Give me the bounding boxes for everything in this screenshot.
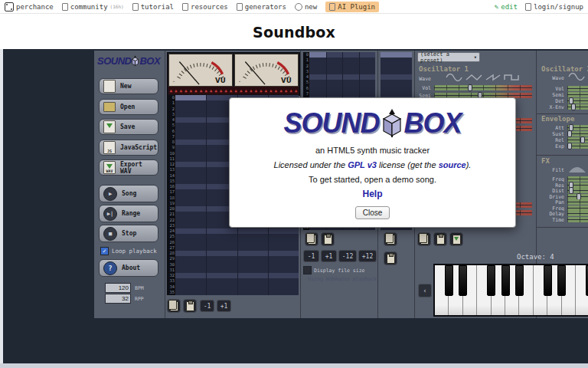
osc2-semi-slider[interactable] <box>567 92 588 97</box>
grid-cell[interactable] <box>175 206 206 212</box>
grid-cell[interactable] <box>342 74 359 80</box>
grid-cell[interactable] <box>175 184 206 189</box>
grid-cell[interactable] <box>381 64 412 69</box>
about-button[interactable]: ?About <box>99 259 158 277</box>
grid-cell[interactable] <box>175 218 206 223</box>
sequencer-shift-button[interactable]: -1 <box>200 300 214 312</box>
grid-cell[interactable] <box>206 240 237 245</box>
grid-cell[interactable] <box>268 273 299 278</box>
fx-delay-slider[interactable] <box>567 211 588 216</box>
grid-cell[interactable] <box>237 262 268 268</box>
grid-cell[interactable] <box>206 245 237 251</box>
nav-link-resources[interactable]: resources <box>182 3 228 11</box>
osc1-vol-slider[interactable] <box>434 85 532 90</box>
grid-cell[interactable] <box>309 74 326 80</box>
filter-type-icons[interactable] <box>567 165 588 173</box>
grid-cell[interactable] <box>175 162 206 167</box>
grid-cell[interactable] <box>175 273 206 278</box>
grid-cell[interactable] <box>206 290 237 295</box>
grid-cell[interactable] <box>326 64 343 69</box>
osc2-vol-slider[interactable] <box>567 86 588 91</box>
grid-cell[interactable] <box>342 52 359 58</box>
slider-thumb[interactable] <box>567 143 572 150</box>
pattern-transpose-button[interactable]: -12 <box>338 250 357 262</box>
export-wav-button[interactable]: WAVExport WAV <box>99 159 158 176</box>
grid-cell[interactable] <box>175 173 206 179</box>
pattern-paste-button[interactable] <box>321 232 335 246</box>
instrument-import-button[interactable] <box>449 232 463 246</box>
grid-cell[interactable] <box>175 245 206 251</box>
range-button[interactable]: ▶|Range <box>99 205 158 222</box>
black-key[interactable] <box>544 265 552 296</box>
osc2-x-env-slider[interactable] <box>567 104 588 110</box>
grid-cell[interactable] <box>175 262 206 268</box>
grid-cell[interactable] <box>268 234 299 239</box>
grid-cell[interactable] <box>381 69 412 74</box>
grid-cell[interactable] <box>309 69 326 74</box>
nav-brand[interactable]: perchance <box>5 2 54 12</box>
grid-cell[interactable] <box>175 129 206 134</box>
grid-cell[interactable] <box>206 268 237 273</box>
grid-cell[interactable] <box>206 228 237 234</box>
stop-button[interactable]: ■Stop <box>99 225 158 242</box>
loop-playback-checkbox[interactable]: ✓Loop playback <box>100 247 157 255</box>
javascript-button[interactable]: JSJavaScript <box>99 140 158 156</box>
grid-cell[interactable] <box>237 268 268 273</box>
grid-cell[interactable] <box>175 284 206 290</box>
fx-freq-slider[interactable] <box>567 205 588 211</box>
grid-cell[interactable] <box>175 256 206 261</box>
slider-thumb[interactable] <box>571 104 576 110</box>
nav-link-login-signup[interactable]: login/signup <box>525 3 583 11</box>
keyboard-scroll-left-button[interactable]: ‹ <box>418 284 432 297</box>
grid-cell[interactable] <box>175 95 206 100</box>
grid-cell[interactable] <box>309 58 326 63</box>
grid-cell[interactable] <box>237 284 268 290</box>
fxtrack-paste-button[interactable] <box>384 251 397 265</box>
waveform-icons[interactable] <box>567 73 588 80</box>
new-button[interactable]: New <box>99 78 158 94</box>
grid-cell[interactable] <box>237 240 268 245</box>
nav-link-community[interactable]: community(16h) <box>62 3 124 11</box>
song-button[interactable]: ▶Song <box>99 185 158 202</box>
grid-cell[interactable] <box>268 268 299 273</box>
grid-cell[interactable] <box>237 245 268 251</box>
pattern-transpose-button[interactable]: +12 <box>358 250 377 262</box>
grid-cell[interactable] <box>206 273 237 278</box>
nav-link-ai-plugin[interactable]: AI Plugin <box>325 2 379 12</box>
grid-cell[interactable] <box>342 80 359 85</box>
grid-cell[interactable] <box>359 80 376 85</box>
grid-cell[interactable] <box>342 58 359 63</box>
grid-cell[interactable] <box>206 251 237 256</box>
sequencer-shift-button[interactable]: +1 <box>217 300 231 312</box>
grid-cell[interactable] <box>381 80 412 85</box>
fx-drive-slider[interactable] <box>567 194 588 199</box>
grid-cell[interactable] <box>175 212 206 217</box>
grid-cell[interactable] <box>359 64 376 69</box>
pattern-transpose-button[interactable]: -1 <box>303 250 319 262</box>
sequencer-paste-button[interactable] <box>183 299 197 313</box>
grid-cell[interactable] <box>326 74 343 80</box>
grid-cell[interactable] <box>237 234 268 239</box>
grid-cell[interactable] <box>268 245 299 251</box>
help-link[interactable]: Help <box>362 189 382 199</box>
envelope-rel-slider[interactable] <box>567 137 588 143</box>
instrument-paste-button[interactable] <box>433 232 447 246</box>
grid-cell[interactable] <box>237 273 268 278</box>
envelope-att-slider[interactable] <box>567 125 588 130</box>
slider-thumb[interactable] <box>567 130 572 137</box>
grid-cell[interactable] <box>309 64 326 69</box>
black-key[interactable] <box>557 265 566 296</box>
grid-cell[interactable] <box>175 278 206 284</box>
grid-cell[interactable] <box>381 52 412 58</box>
grid-cell[interactable] <box>359 74 376 80</box>
grid-cell[interactable] <box>326 69 343 74</box>
grid-cell[interactable] <box>359 58 376 63</box>
grid-cell[interactable] <box>326 80 343 85</box>
grid-cell[interactable] <box>175 151 206 156</box>
grid-cell[interactable] <box>175 179 206 184</box>
osc2-det-slider[interactable] <box>567 98 588 104</box>
black-key[interactable] <box>501 265 510 296</box>
black-key[interactable] <box>487 265 495 296</box>
bpm-input[interactable] <box>105 283 131 293</box>
grid-cell[interactable] <box>206 262 237 268</box>
